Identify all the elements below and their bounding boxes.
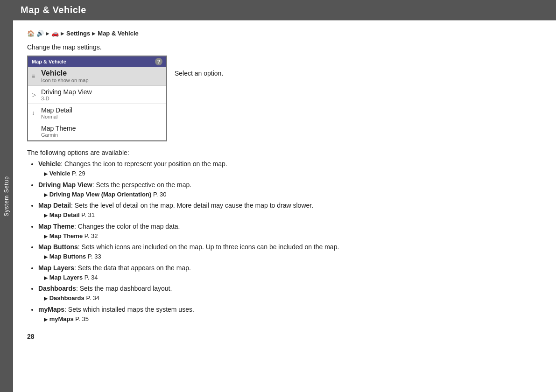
mockup-driving-subtitle: 3-D <box>41 96 162 101</box>
option-vehicle-ref-page: P. 29 <box>72 170 85 177</box>
mockup-driving-title: Driving Map View <box>41 88 162 96</box>
option-md-ref-page: P. 31 <box>81 211 95 218</box>
mockup-help-button[interactable]: ? <box>155 58 162 65</box>
option-ml-ref-bold: Map Layers <box>49 274 83 281</box>
mockup-theme-subtitle: Garmin <box>41 132 162 138</box>
mockup-row-driving-map-view[interactable]: ▷ Driving Map View 3-D <box>28 86 166 104</box>
arrow-icon-1: ▶ <box>46 31 49 36</box>
option-vehicle-ref-bold: Vehicle <box>49 170 70 177</box>
option-mm-ref-icon: ▶ <box>44 316 48 322</box>
breadcrumb-current: Map & Vehicle <box>98 30 138 37</box>
option-db-ref-page: P. 34 <box>86 294 99 301</box>
mockup-arrow-icon-1: ▷ <box>32 91 41 98</box>
option-mt-ref: ▶ Map Theme P. 32 <box>44 231 542 241</box>
mockup-row-vehicle-content: Vehicle Icon to show on map <box>41 69 162 83</box>
option-vehicle-ref: ▶ Vehicle P. 29 <box>44 169 542 178</box>
option-dmv-ref-bold: Driving Map View (Map Orientation) <box>49 191 152 198</box>
option-db-name: Dashboards <box>38 285 76 292</box>
mockup-theme-title: Map Theme <box>41 125 162 132</box>
car-icon: 🚗 <box>51 30 59 37</box>
mockup-row-theme-content: Map Theme Garmin <box>41 125 162 138</box>
mockup-row-detail-content: Map Detail Normal <box>41 106 162 119</box>
mockup-vehicle-title: Vehicle <box>41 69 162 77</box>
option-vehicle-desc: : Changes the icon to represent your pos… <box>61 160 227 168</box>
option-mb-name: Map Buttons <box>38 243 78 251</box>
option-mm-ref-bold: myMaps <box>49 315 74 322</box>
option-db-ref-bold: Dashboards <box>49 294 84 301</box>
option-md-ref-bold: Map Detail <box>49 211 80 218</box>
mockup-vehicle-subtitle: Icon to show on map <box>41 77 162 83</box>
option-mb-ref-icon: ▶ <box>44 254 48 259</box>
mockup-detail-title: Map Detail <box>41 106 162 114</box>
option-md-desc: : Sets the level of detail on the map. M… <box>71 202 313 209</box>
content-row: Map & Vehicle ? ≡ Vehicle Icon to show o… <box>27 56 542 141</box>
intro-text: Change the map settings. <box>27 43 542 51</box>
option-ml-ref-page: P. 34 <box>84 274 98 281</box>
option-ml-ref: ▶ Map Layers P. 34 <box>44 273 542 282</box>
option-db-ref-icon: ▶ <box>44 295 48 301</box>
option-mb-ref-page: P. 33 <box>88 253 101 260</box>
option-mm-ref-page: P. 35 <box>75 315 89 322</box>
page-number: 28 <box>27 333 542 340</box>
option-dmv-ref-page: P. 30 <box>153 191 167 198</box>
audio-icon: 🔊 <box>36 30 44 37</box>
mockup-row-vehicle[interactable]: ≡ Vehicle Icon to show on map <box>28 67 166 86</box>
option-mt-ref-icon: ▶ <box>44 233 48 239</box>
mockup-row-map-detail[interactable]: ↓ Map Detail Normal <box>28 104 166 122</box>
options-list: Vehicle: Changes the icon to represent y… <box>27 159 542 323</box>
option-ml-name: Map Layers <box>38 264 74 272</box>
content-area: 🏠 🔊 ▶ 🚗 ▶ Settings ▶ Map & Vehicle Chang… <box>13 21 556 392</box>
page-title: Map & Vehicle <box>21 5 86 15</box>
breadcrumb: 🏠 🔊 ▶ 🚗 ▶ Settings ▶ Map & Vehicle <box>27 30 542 37</box>
mockup-title: Map & Vehicle <box>32 59 66 64</box>
option-map-layers: Map Layers: Sets the data that appears o… <box>38 263 542 282</box>
option-mm-name: myMaps <box>38 306 64 313</box>
option-mm-ref: ▶ myMaps P. 35 <box>44 315 542 324</box>
options-intro: The following options are available: <box>27 149 542 156</box>
mockup-detail-subtitle: Normal <box>41 114 162 119</box>
option-map-theme: Map Theme: Changes the color of the map … <box>38 222 542 241</box>
ui-mockup: Map & Vehicle ? ≡ Vehicle Icon to show o… <box>27 56 167 141</box>
mockup-row-map-theme[interactable]: Map Theme Garmin <box>28 122 166 140</box>
option-mt-ref-page: P. 32 <box>84 232 98 239</box>
mockup-header: Map & Vehicle ? <box>28 56 166 67</box>
option-md-name: Map Detail <box>38 202 71 209</box>
home-icon: 🏠 <box>27 30 35 37</box>
option-driving-map-view: Driving Map View: Sets the perspective o… <box>38 180 542 199</box>
option-ml-desc: : Sets the data that appears on the map. <box>74 264 191 272</box>
mockup-menu-icon: ≡ <box>32 73 41 79</box>
sidebar: System Setup <box>0 0 13 392</box>
option-dmv-desc: : Sets the perspective on the map. <box>92 181 191 189</box>
option-vehicle-name: Vehicle <box>38 160 61 168</box>
options-section: The following options are available: Veh… <box>27 149 542 323</box>
main-content: Map & Vehicle 🏠 🔊 ▶ 🚗 ▶ Settings ▶ Map &… <box>13 0 556 392</box>
option-mt-ref-bold: Map Theme <box>49 232 83 239</box>
option-mb-desc: : Sets which icons are included on the m… <box>78 243 339 251</box>
option-dmv-ref: ▶ Driving Map View (Map Orientation) P. … <box>44 190 542 199</box>
option-dashboards: Dashboards: Sets the map dashboard layou… <box>38 284 542 303</box>
arrow-icon-2: ▶ <box>61 31 64 36</box>
option-mymaps: myMaps: Sets which installed maps the sy… <box>38 305 542 324</box>
option-db-ref: ▶ Dashboards P. 34 <box>44 294 542 303</box>
option-mm-desc: : Sets which installed maps the system u… <box>64 306 194 313</box>
caption: Select an option. <box>175 56 223 77</box>
option-vehicle: Vehicle: Changes the icon to represent y… <box>38 159 542 178</box>
option-md-ref: ▶ Map Detail P. 31 <box>44 210 542 220</box>
option-md-ref-icon: ▶ <box>44 212 48 218</box>
option-db-desc: : Sets the map dashboard layout. <box>76 285 172 292</box>
arrow-icon-3: ▶ <box>92 31 96 36</box>
mockup-body: ≡ Vehicle Icon to show on map ▷ Driving … <box>28 67 166 140</box>
page-header: Map & Vehicle <box>13 0 556 20</box>
breadcrumb-settings: Settings <box>66 30 90 37</box>
option-dmv-ref-icon: ▶ <box>44 192 48 197</box>
sidebar-label: System Setup <box>3 176 10 217</box>
option-mt-desc: : Changes the color of the map data. <box>74 223 180 230</box>
mockup-row-driving-content: Driving Map View 3-D <box>41 88 162 101</box>
option-ml-ref-icon: ▶ <box>44 275 48 280</box>
option-vehicle-ref-icon: ▶ <box>44 171 48 176</box>
option-dmv-name: Driving Map View <box>38 181 92 189</box>
option-mt-name: Map Theme <box>38 223 74 230</box>
option-map-detail: Map Detail: Sets the level of detail on … <box>38 201 542 220</box>
mockup-down-icon: ↓ <box>32 110 41 116</box>
option-mb-ref-bold: Map Buttons <box>49 253 86 260</box>
